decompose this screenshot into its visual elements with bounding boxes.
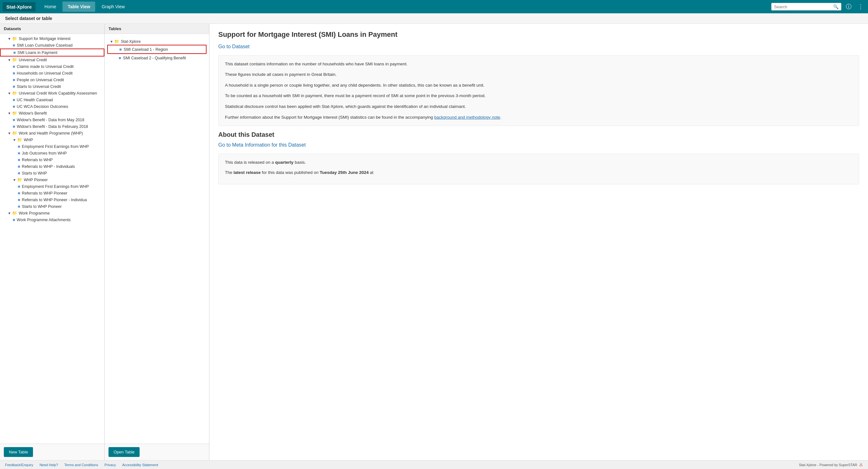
table-icon-wb-may: ■ [13,117,15,122]
folder-icon-sx: 📁 [114,39,119,44]
folder-label-uc: Universal Credit [19,58,47,62]
item-wb-feb2018[interactable]: ■ Widow's Benefit - Data to February 201… [0,123,104,130]
item-whp-job[interactable]: ■ Job Outcomes from WHP [0,150,104,156]
footer-powered-by: Stat-Xplore - Powered by SuperSTAR [799,463,857,467]
search-input[interactable] [774,4,831,9]
table-icon-smi-loan: ■ [13,43,15,48]
folder-uc-work-cap[interactable]: ▼ 📁 Universal Credit Work Capability Ass… [0,90,104,96]
folder-universal-credit[interactable]: ▼ 📁 Universal Credit [0,57,104,63]
collapse-icon-wb[interactable]: ▼ [8,112,11,115]
label-whpp-ref-ind: Referrals to WHP Pioneer - Individua [22,198,87,202]
nav-graph-view[interactable]: Graph View [96,2,130,12]
desc-para-3: A household is a single person or couple… [225,82,852,89]
folder-whp-pioneer[interactable]: ▼ 📁 WHP Pioneer [0,177,104,183]
folder-icon-whp-sub: 📁 [17,137,22,142]
label-whp-employ: Employment First Earnings from WHP [22,145,89,149]
desc-para-2: These figures include all cases in payme… [225,71,852,78]
table-icon-wb-feb: ■ [13,124,15,129]
tables-heading: Tables [108,26,121,31]
item-uc-starts[interactable]: ■ Starts to Universal Credit [0,83,104,90]
description-panel: Support for Mortgage Interest (SMI) Loan… [209,24,868,460]
collapse-icon-whp[interactable]: ▼ [8,131,11,135]
collapse-icon-smi[interactable]: ▼ [8,37,11,41]
label-whp-job: Job Outcomes from WHP [22,151,67,155]
item-whp-ref[interactable]: ■ Referrals to WHP [0,156,104,163]
collapse-icon-sx[interactable]: ▼ [110,40,113,43]
item-whp-employ[interactable]: ■ Employment First Earnings from WHP [0,143,104,150]
footer-accessibility[interactable]: Accessibility Statement [122,463,158,467]
item-uc-wca[interactable]: ■ UC WCA Decision Outcomes [0,103,104,110]
table-item-smi-c2[interactable]: ■ SMI Caseload 2 - Qualifying Benefit [107,54,207,62]
table-item-smi-c1[interactable]: ■ SMI Caseload 1 - Region [107,45,207,54]
tables-panel: Tables ▼ 📁 Stat-Xplore ■ SMI Caseload 1 … [105,24,209,460]
tables-tree-container: ▼ 📁 Stat-Xplore ■ SMI Caseload 1 - Regio… [105,34,209,444]
folder-widows-benefit[interactable]: ▼ 📁 Widow's Benefit [0,110,104,117]
footer-terms[interactable]: Terms and Conditions [64,463,98,467]
item-wb-may2018[interactable]: ■ Widow's Benefit - Data from May 2018 [0,117,104,123]
help-icon[interactable]: ⓘ [843,3,855,10]
item-uc-people[interactable]: ■ People on Universal Credit [0,76,104,83]
item-whpp-ref[interactable]: ■ Referrals to WHP Pioneer [0,190,104,196]
page-footer: Feedback/Enquiry Need Help? Terms and Co… [0,460,868,469]
collapse-icon-wp[interactable]: ▼ [8,211,11,215]
folder-support-mortgage[interactable]: ▼ 📁 Support for Mortgage Interest [0,35,104,42]
item-whp-ref-ind[interactable]: ■ Referrals to WHP - Individuals [0,163,104,170]
footer-feedback[interactable]: Feedback/Enquiry [5,463,33,467]
label-whpp-employ: Employment First Earnings from WHP [22,184,89,189]
item-uc-health[interactable]: ■ UC Health Caseload [0,96,104,103]
folder-label-whp: Work and Health Programme (WHP) [19,131,83,135]
label-uc-wca: UC WCA Decision Outcomes [17,104,68,109]
label-stat-xplore: Stat-Xplore [121,39,141,44]
table-icon-uc-claims: ■ [13,64,15,69]
datasets-tree-container: ▼ 📁 Support for Mortgage Interest ■ SMI … [0,34,104,444]
warning-icon: ⚠ [859,462,863,467]
folder-whp[interactable]: ▼ 📁 WHP [0,136,104,143]
datasets-tree: ▼ 📁 Support for Mortgage Interest ■ SMI … [0,35,104,223]
item-whpp-ref-ind[interactable]: ■ Referrals to WHP Pioneer - Individua [0,196,104,203]
item-smi-loans-payment[interactable]: ■ SMI Loans in Payment [0,49,104,57]
go-to-dataset-link[interactable]: Go to Dataset [218,44,859,50]
label-uc-health: UC Health Caseload [17,98,53,102]
tables-panel-header: Tables [105,24,209,34]
collapse-icon-whp-sub[interactable]: ▼ [13,138,16,142]
folder-icon-smi: 📁 [12,36,17,41]
table-icon-whpp-starts: ■ [18,204,20,209]
menu-icon[interactable]: ⋮ [856,3,865,10]
collapse-icon-whpp[interactable]: ▼ [13,178,16,182]
footer-privacy[interactable]: Privacy [104,463,116,467]
table-icon-uc-starts: ■ [13,84,15,89]
label-smi-loan: SMI Loan Cumulative Caseload [17,43,73,48]
nav-home[interactable]: Home [39,2,61,12]
table-icon-whpp-ref: ■ [18,191,20,195]
background-link[interactable]: background and methodology note [434,115,500,120]
item-wp-attach[interactable]: ■ Work Programme Attachments [0,216,104,223]
folder-icon-wp: 📁 [12,211,17,215]
item-smi-loan[interactable]: ■ SMI Loan Cumulative Caseload [0,42,104,49]
item-uc-claims[interactable]: ■ Claims made to Universal Credit [0,63,104,70]
item-whpp-starts[interactable]: ■ Starts to WHP Pioneer [0,203,104,210]
label-uc-people: People on Universal Credit [17,78,64,82]
open-table-button[interactable]: Open Table [108,447,140,457]
footer-need-help[interactable]: Need Help? [40,463,58,467]
table-icon-whp-ref: ■ [18,157,20,162]
item-uc-households[interactable]: ■ Households on Universal Credit [0,70,104,76]
item-whpp-employ[interactable]: ■ Employment First Earnings from WHP [0,183,104,190]
collapse-icon-uc[interactable]: ▼ [8,58,11,62]
new-table-button[interactable]: New Table [4,447,33,457]
meta-link[interactable]: Go to Meta Information for this Dataset [218,142,859,148]
table-icon-uc-people: ■ [13,77,15,82]
label-wp-attach: Work Programme Attachments [17,218,71,222]
collapse-icon-ucwc[interactable]: ▼ [8,91,11,95]
nav-table-view[interactable]: Table View [62,2,95,12]
folder-work-health[interactable]: ▼ 📁 Work and Health Programme (WHP) [0,130,104,136]
folder-icon-whpp: 📁 [17,177,22,182]
folder-icon-ucwc: 📁 [12,91,17,95]
table-icon-wp-attach: ■ [13,217,15,222]
folder-stat-xplore[interactable]: ▼ 📁 Stat-Xplore [107,36,207,45]
folder-work-programme[interactable]: ▼ 📁 Work Programme [0,210,104,216]
folder-icon-uc: 📁 [12,57,17,62]
search-icon: 🔍 [833,4,838,9]
label-wb-may2018: Widow's Benefit - Data from May 2018 [17,118,84,122]
item-whp-starts[interactable]: ■ Starts to WHP [0,170,104,177]
datasets-heading: Datasets [4,26,21,31]
